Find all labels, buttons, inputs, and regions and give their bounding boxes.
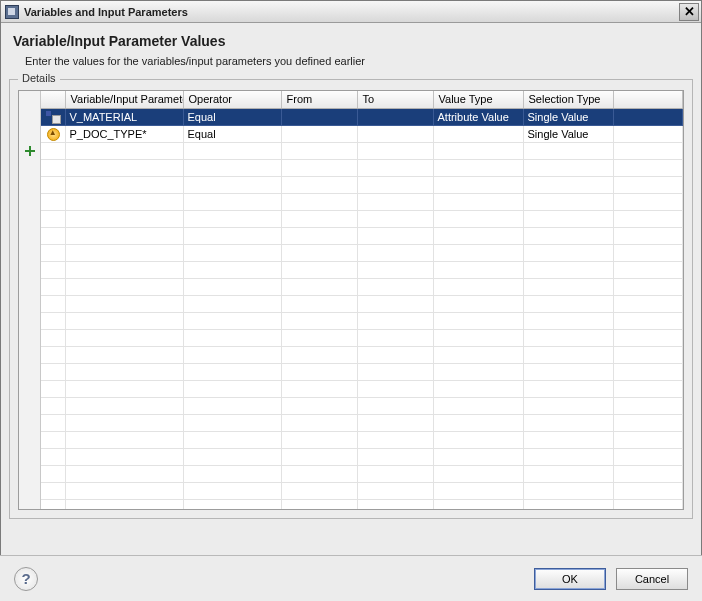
cell-empty[interactable] [65,448,183,465]
cell-empty[interactable] [523,482,613,499]
cell-empty[interactable] [433,295,523,312]
table-row-empty[interactable] [41,380,683,397]
cell-empty[interactable] [357,295,433,312]
cell-empty[interactable] [65,295,183,312]
cell-empty[interactable] [65,397,183,414]
cell-empty[interactable] [65,482,183,499]
close-button[interactable]: ✕ [679,3,699,21]
table-row-empty[interactable] [41,363,683,380]
column-header-name[interactable]: Variable/Input Parameter [65,91,183,108]
cell-empty[interactable] [523,227,613,244]
cell-empty[interactable] [281,329,357,346]
cell-empty[interactable] [357,414,433,431]
cell-empty[interactable] [281,227,357,244]
cell-empty[interactable] [523,278,613,295]
grid-scroll[interactable]: Variable/Input Parameter Operator From T… [41,91,683,509]
cell-empty[interactable] [281,499,357,509]
cell-empty[interactable] [281,210,357,227]
cell-empty[interactable] [613,312,683,329]
cell-empty[interactable] [281,431,357,448]
cell-empty[interactable] [433,363,523,380]
table-row[interactable]: P_DOC_TYPE*EqualSingle Value [41,125,683,142]
table-row-empty[interactable] [41,397,683,414]
cell-empty[interactable] [523,312,613,329]
cell-empty[interactable] [65,380,183,397]
cell-empty[interactable] [523,380,613,397]
cell-empty[interactable] [281,312,357,329]
cell-empty[interactable] [357,227,433,244]
cell-empty[interactable] [65,176,183,193]
cell-to[interactable] [357,125,433,142]
cell-empty[interactable] [281,465,357,482]
cell-empty[interactable] [433,482,523,499]
cell-empty[interactable] [523,397,613,414]
cell-empty[interactable] [357,448,433,465]
cell-empty[interactable] [183,244,281,261]
cell-empty[interactable] [523,142,613,159]
cell-empty[interactable] [523,329,613,346]
cell-empty[interactable] [357,261,433,278]
cell-operator[interactable]: Equal [183,125,281,142]
table-row-empty[interactable] [41,210,683,227]
cell-empty[interactable] [65,210,183,227]
cell-empty[interactable] [183,499,281,509]
table-row-empty[interactable] [41,499,683,509]
table-row-empty[interactable] [41,431,683,448]
cell-empty[interactable] [613,499,683,509]
cell-empty[interactable] [613,261,683,278]
column-header-operator[interactable]: Operator [183,91,281,108]
cell-empty[interactable] [613,482,683,499]
cell-empty[interactable] [357,312,433,329]
table-row-empty[interactable] [41,176,683,193]
cell-empty[interactable] [183,397,281,414]
cell-empty[interactable] [65,431,183,448]
cell-empty[interactable] [613,448,683,465]
cell-empty[interactable] [65,227,183,244]
cell-selection-type[interactable]: Single Value [523,108,613,125]
cell-empty[interactable] [433,159,523,176]
cell-empty[interactable] [357,244,433,261]
table-row-empty[interactable] [41,482,683,499]
cell-empty[interactable] [357,346,433,363]
cell-empty[interactable] [357,499,433,509]
table-row-empty[interactable] [41,261,683,278]
cell-empty[interactable] [613,465,683,482]
cell-empty[interactable] [433,465,523,482]
cell-empty[interactable] [65,346,183,363]
cell-empty[interactable] [183,431,281,448]
column-header-value-type[interactable]: Value Type [433,91,523,108]
cell-empty[interactable] [281,193,357,210]
cell-empty[interactable] [183,142,281,159]
cell-empty[interactable] [433,346,523,363]
cell-empty[interactable] [281,159,357,176]
cell-empty[interactable] [523,465,613,482]
cancel-button[interactable]: Cancel [616,568,688,590]
cell-empty[interactable] [613,346,683,363]
cell-empty[interactable] [65,414,183,431]
cell-empty[interactable] [357,465,433,482]
cell-empty[interactable] [183,380,281,397]
cell-empty[interactable] [357,193,433,210]
cell-empty[interactable] [183,176,281,193]
cell-empty[interactable] [613,244,683,261]
cell-empty[interactable] [65,193,183,210]
cell-empty[interactable] [613,363,683,380]
cell-empty[interactable] [523,261,613,278]
add-row-button[interactable] [19,142,40,159]
cell-empty[interactable] [523,499,613,509]
cell-empty[interactable] [523,448,613,465]
cell-empty[interactable] [281,448,357,465]
cell-empty[interactable] [523,176,613,193]
cell-empty[interactable] [281,142,357,159]
cell-selection-type[interactable]: Single Value [523,125,613,142]
cell-empty[interactable] [281,414,357,431]
cell-empty[interactable] [523,431,613,448]
column-header-to[interactable]: To [357,91,433,108]
cell-empty[interactable] [357,142,433,159]
column-header-from[interactable]: From [281,91,357,108]
cell-empty[interactable] [613,295,683,312]
cell-operator[interactable]: Equal [183,108,281,125]
cell-empty[interactable] [65,329,183,346]
cell-empty[interactable] [281,278,357,295]
cell-value-type[interactable] [433,125,523,142]
